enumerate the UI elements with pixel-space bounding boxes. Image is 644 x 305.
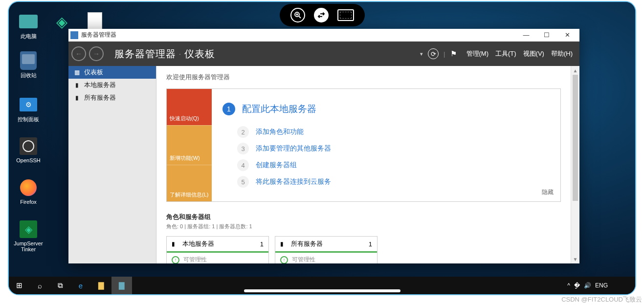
desktop-icon-computer[interactable]: 此电脑 [14, 12, 43, 40]
icon-label: OpenSSH [16, 157, 41, 163]
desktop[interactable]: 此电脑 回收站 ⚙控制面板 OpenSSH Firefox ◈JumpServe… [9, 2, 635, 294]
server-icon: ▮ [73, 82, 80, 88]
ribbon: ← → 服务器管理器 · 仪表板 ▾ ⟳ | ⚑ 管理(M) 工具(T) 视 [68, 42, 579, 66]
keyboard-icon[interactable] [337, 9, 354, 21]
forward-button[interactable]: → [89, 46, 104, 61]
scroll-thumb[interactable] [573, 75, 578, 201]
breadcrumb-page: 仪表板 [184, 47, 215, 61]
desktop-icon-control-panel[interactable]: ⚙控制面板 [14, 95, 43, 123]
close-button[interactable]: ✕ [557, 29, 577, 41]
sidebar: ▦仪表板 ▮本地服务器 ▮所有服务器 [68, 66, 156, 263]
category-learn-more[interactable]: 了解详细信息(L) [167, 165, 212, 201]
sidebar-item-dashboard[interactable]: ▦仪表板 [68, 66, 156, 79]
server-manager-window: 服务器管理器 — ☐ ✕ ← → 服务器管理器 · 仪表板 ▾ ⟳ | [68, 29, 579, 263]
taskbar-ie[interactable]: e [70, 277, 91, 294]
desktop-icon-firefox[interactable]: Firefox [14, 178, 43, 205]
zoom-in-icon[interactable] [290, 8, 305, 22]
welcome-categories: 快速启动(Q) 新增功能(W) 了解详细信息(L) [167, 89, 212, 201]
gesture-handle[interactable] [244, 289, 400, 292]
sidebar-item-local-server[interactable]: ▮本地服务器 [68, 79, 156, 91]
step-create-group[interactable]: 4创建服务器组 [237, 159, 550, 171]
servers-icon: ▮ [280, 240, 287, 247]
svg-line-1 [299, 16, 301, 18]
minimize-button[interactable]: — [516, 29, 536, 41]
group-count: 1 [369, 240, 372, 248]
tray-language[interactable]: ENG [595, 282, 608, 289]
remote-toolbar [280, 4, 365, 26]
category-quick-start[interactable]: 快速启动(Q) [167, 89, 212, 125]
group-tile-all[interactable]: ▮所有服务器1 ↑可管理性 [275, 236, 378, 263]
servers-icon: ▮ [73, 94, 80, 101]
step-add-roles[interactable]: 2添加角色和功能 [237, 126, 550, 138]
groups-sub: 角色: 0 | 服务器组: 1 | 服务器总数: 1 [166, 223, 561, 230]
search-button[interactable]: ⌕ [29, 277, 50, 294]
refresh-icon[interactable]: ⟳ [428, 48, 439, 59]
scroll-down-button[interactable]: ▼ [571, 255, 579, 263]
welcome-card: 快速启动(Q) 新增功能(W) 了解详细信息(L) 1配置此本地服务器 2添加角… [166, 88, 561, 202]
vertical-scrollbar[interactable]: ▲ ▼ [571, 66, 579, 263]
maximize-button[interactable]: ☐ [536, 29, 557, 41]
menu-tools[interactable]: 工具(T) [495, 49, 516, 58]
back-button[interactable]: ← [71, 46, 86, 61]
sidebar-item-label: 仪表板 [84, 68, 103, 77]
hide-link[interactable]: 隐藏 [542, 188, 554, 196]
step-add-servers[interactable]: 3添加要管理的其他服务器 [237, 143, 550, 154]
tray-network-icon[interactable]: �ָ [574, 282, 580, 289]
menu-manage[interactable]: 管理(M) [466, 49, 489, 58]
dashboard-icon: ▦ [73, 69, 80, 76]
remote-session-frame: 此电脑 回收站 ⚙控制面板 OpenSSH Firefox ◈JumpServe… [8, 1, 636, 295]
breadcrumb-app: 服务器管理器 [114, 47, 176, 61]
watermark: CSDN @FIT2CLOUD飞致云 [561, 295, 642, 304]
group-tile-local[interactable]: ▮本地服务器1 ↑可管理性 [166, 236, 269, 263]
titlebar[interactable]: 服务器管理器 — ☐ ✕ [68, 29, 579, 42]
tray-volume-icon[interactable]: 🔊 [584, 282, 591, 289]
group-count: 1 [260, 240, 264, 248]
icon-label: Firefox [20, 199, 37, 205]
scroll-up-button[interactable]: ▲ [571, 66, 579, 75]
breadcrumb: 服务器管理器 · 仪表板 [114, 47, 215, 61]
sidebar-item-label: 所有服务器 [84, 93, 116, 102]
icon-label: 此电脑 [21, 33, 37, 39]
desktop-icon-jumpserver[interactable]: ◈JumpServer Tinker [14, 219, 43, 252]
start-button[interactable]: ⊞ [9, 277, 29, 294]
desktop-icon-openssh[interactable]: OpenSSH [14, 136, 43, 163]
task-view-button[interactable]: ⧉ [50, 277, 70, 294]
flag-icon[interactable]: ⚑ [450, 49, 457, 58]
taskbar-server-manager[interactable]: ▇ [111, 277, 132, 294]
step-cloud-connect[interactable]: 5将此服务器连接到云服务 [237, 176, 550, 188]
icon-label: 回收站 [21, 72, 37, 78]
sidebar-item-all-servers[interactable]: ▮所有服务器 [68, 91, 156, 104]
app-icon [70, 31, 78, 39]
groups-header: 角色和服务器组 [166, 213, 561, 221]
status-ok-icon: ↑ [172, 256, 179, 264]
sidebar-item-label: 本地服务器 [84, 81, 116, 89]
desktop-icon-recycle-bin[interactable]: 回收站 [14, 51, 43, 79]
tray-chevron-icon[interactable]: ^ [567, 282, 570, 289]
icon-label: 控制面板 [18, 116, 39, 122]
category-whats-new[interactable]: 新增功能(W) [167, 125, 212, 165]
icon-label: JumpServer Tinker [14, 240, 43, 252]
breadcrumb-sep: · [179, 50, 181, 58]
menu-help[interactable]: 帮助(H) [551, 49, 573, 58]
remote-swap-icon[interactable] [314, 8, 329, 22]
window-title: 服务器管理器 [81, 31, 116, 39]
welcome-header: 欢迎使用服务器管理器 [166, 73, 561, 82]
status-ok-icon: ↑ [280, 256, 288, 264]
menu-view[interactable]: 视图(V) [523, 49, 544, 58]
step-configure-local[interactable]: 1配置此本地服务器 [222, 103, 550, 115]
main-content: 欢迎使用服务器管理器 快速启动(Q) 新增功能(W) 了解详细信息(L) 1配置… [156, 66, 571, 263]
server-icon: ▮ [172, 240, 178, 247]
taskbar-explorer[interactable]: ▇ [91, 277, 111, 294]
